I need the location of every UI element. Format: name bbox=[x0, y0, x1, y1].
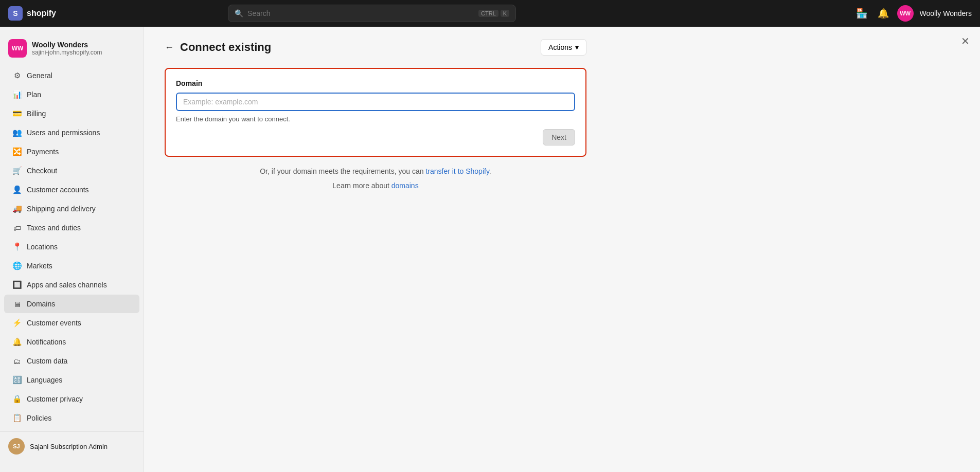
actions-button[interactable]: Actions ▾ bbox=[541, 39, 586, 56]
taxes-icon: 🏷 bbox=[12, 223, 22, 232]
payments-icon: 🔀 bbox=[12, 147, 22, 156]
nav-list: ⚙General📊Plan💳Billing👥Users and permissi… bbox=[0, 66, 144, 427]
sidebar-item-label: Checkout bbox=[27, 167, 57, 175]
sidebar-item-label: Policies bbox=[27, 414, 51, 422]
topnav-actions: 🏪 🔔 WW Woolly Wonders bbox=[854, 5, 972, 22]
policies-icon: 📋 bbox=[12, 413, 22, 423]
sidebar-footer: SJ Sajani Subscription Admin bbox=[0, 431, 144, 461]
sidebar-item-label: Markets bbox=[27, 262, 52, 270]
sidebar-item-label: Languages bbox=[27, 376, 62, 384]
users-icon: 👥 bbox=[12, 128, 22, 137]
general-icon: ⚙ bbox=[12, 71, 22, 80]
sidebar-item-label: Customer events bbox=[27, 319, 81, 327]
domain-card: Domain Enter the domain you want to conn… bbox=[165, 68, 586, 157]
customer-accounts-icon: 👤 bbox=[12, 185, 22, 194]
search-shortcut-hint: CTRL K bbox=[478, 10, 509, 17]
close-button[interactable]: ✕ bbox=[961, 35, 970, 47]
checkout-icon: 🛒 bbox=[12, 166, 22, 175]
learn-more-text: Learn more about domains bbox=[165, 181, 586, 190]
search-input[interactable] bbox=[247, 9, 474, 17]
next-btn-row: Next bbox=[176, 129, 575, 146]
customer-events-icon: ⚡ bbox=[12, 318, 22, 328]
domain-input[interactable] bbox=[176, 93, 575, 111]
sidebar-item-payments[interactable]: 🔀Payments bbox=[4, 142, 139, 161]
sidebar-item-label: Locations bbox=[27, 243, 58, 251]
sidebar-item-billing[interactable]: 💳Billing bbox=[4, 104, 139, 123]
sidebar-item-label: Custom data bbox=[27, 357, 67, 365]
sidebar-item-markets[interactable]: 🌐Markets bbox=[4, 257, 139, 275]
store-header: WW Woolly Wonders sajini-john.myshopify.… bbox=[0, 35, 144, 66]
sidebar: WW Woolly Wonders sajini-john.myshopify.… bbox=[0, 27, 144, 472]
sidebar-item-locations[interactable]: 📍Locations bbox=[4, 238, 139, 256]
sidebar-item-plan[interactable]: 📊Plan bbox=[4, 85, 139, 104]
store-avatar: WW bbox=[8, 39, 27, 58]
domain-hint: Enter the domain you want to connect. bbox=[176, 115, 575, 123]
ctrl-key: CTRL bbox=[478, 10, 498, 17]
sidebar-item-label: Customer accounts bbox=[27, 186, 89, 194]
footer-avatar: SJ bbox=[8, 438, 25, 455]
sidebar-item-label: Billing bbox=[27, 110, 46, 118]
locations-icon: 📍 bbox=[12, 242, 22, 251]
sidebar-item-label: Customer privacy bbox=[27, 395, 83, 403]
sidebar-item-custom-data[interactable]: 🗂Custom data bbox=[4, 352, 139, 370]
sidebar-item-users[interactable]: 👥Users and permissions bbox=[4, 123, 139, 142]
customer-privacy-icon: 🔒 bbox=[12, 394, 22, 404]
shipping-icon: 🚚 bbox=[12, 204, 22, 213]
next-button[interactable]: Next bbox=[543, 129, 575, 146]
footer-name: Sajani Subscription Admin bbox=[30, 443, 108, 450]
back-button[interactable]: ← bbox=[165, 42, 174, 53]
billing-icon: 💳 bbox=[12, 109, 22, 118]
top-navigation: S shopify 🔍 CTRL K 🏪 🔔 WW Woolly Wonders bbox=[0, 0, 980, 27]
k-key: K bbox=[501, 10, 509, 17]
notifications-icon: 🔔 bbox=[12, 337, 22, 347]
domain-label: Domain bbox=[176, 79, 575, 87]
sidebar-item-customer-events[interactable]: ⚡Customer events bbox=[4, 314, 139, 332]
sidebar-item-apps[interactable]: 🔲Apps and sales channels bbox=[4, 276, 139, 294]
sidebar-item-taxes[interactable]: 🏷Taxes and duties bbox=[4, 219, 139, 237]
domains-link[interactable]: domains bbox=[391, 181, 419, 190]
avatar[interactable]: WW bbox=[897, 5, 914, 22]
search-bar[interactable]: 🔍 CTRL K bbox=[228, 5, 516, 22]
apps-icon: 🔲 bbox=[12, 280, 22, 289]
sidebar-item-label: Shipping and delivery bbox=[27, 205, 96, 213]
sidebar-item-label: Notifications bbox=[27, 338, 66, 346]
notifications-bell-button[interactable]: 🔔 bbox=[876, 6, 891, 21]
sidebar-item-shipping[interactable]: 🚚Shipping and delivery bbox=[4, 199, 139, 218]
store-icon-button[interactable]: 🏪 bbox=[854, 6, 869, 21]
sidebar-item-domains[interactable]: 🖥Domains bbox=[4, 295, 139, 313]
sidebar-item-label: Apps and sales channels bbox=[27, 281, 107, 289]
topnav-store-name: Woolly Wonders bbox=[920, 9, 972, 17]
sidebar-item-label: Domains bbox=[27, 300, 55, 308]
sidebar-item-customer-accounts[interactable]: 👤Customer accounts bbox=[4, 180, 139, 199]
markets-icon: 🌐 bbox=[12, 261, 22, 270]
sidebar-item-label: Plan bbox=[27, 90, 41, 99]
shopify-bag-icon: S bbox=[8, 6, 23, 21]
sidebar-item-label: Users and permissions bbox=[27, 129, 100, 137]
sidebar-item-languages[interactable]: 🔠Languages bbox=[4, 371, 139, 389]
sidebar-item-label: Taxes and duties bbox=[27, 224, 81, 232]
search-icon: 🔍 bbox=[235, 9, 243, 17]
languages-icon: 🔠 bbox=[12, 375, 22, 385]
store-name: Woolly Wonders bbox=[32, 41, 102, 49]
page-container: ← Connect existing Actions ▾ Domain Ente… bbox=[144, 27, 607, 202]
transfer-text: Or, if your domain meets the requirement… bbox=[165, 167, 586, 175]
sidebar-item-checkout[interactable]: 🛒Checkout bbox=[4, 161, 139, 180]
sidebar-item-policies[interactable]: 📋Policies bbox=[4, 409, 139, 427]
sidebar-item-label: Payments bbox=[27, 148, 59, 156]
store-url: sajini-john.myshopify.com bbox=[32, 49, 102, 56]
main-content: ✕ ← Connect existing Actions ▾ Domain En… bbox=[144, 27, 980, 472]
page-title: Connect existing bbox=[180, 41, 271, 54]
store-info: Woolly Wonders sajini-john.myshopify.com bbox=[32, 41, 102, 56]
shopify-wordmark: shopify bbox=[27, 9, 56, 18]
transfer-link[interactable]: transfer it to Shopify bbox=[425, 167, 489, 175]
custom-data-icon: 🗂 bbox=[12, 356, 22, 366]
sidebar-item-notifications[interactable]: 🔔Notifications bbox=[4, 333, 139, 351]
page-header: ← Connect existing Actions ▾ bbox=[165, 39, 586, 56]
shopify-logo: S shopify bbox=[8, 6, 56, 21]
plan-icon: 📊 bbox=[12, 90, 22, 99]
domains-icon: 🖥 bbox=[12, 299, 22, 308]
sidebar-item-general[interactable]: ⚙General bbox=[4, 66, 139, 85]
sidebar-item-customer-privacy[interactable]: 🔒Customer privacy bbox=[4, 390, 139, 408]
main-layout: WW Woolly Wonders sajini-john.myshopify.… bbox=[0, 27, 980, 472]
sidebar-item-label: General bbox=[27, 71, 52, 80]
